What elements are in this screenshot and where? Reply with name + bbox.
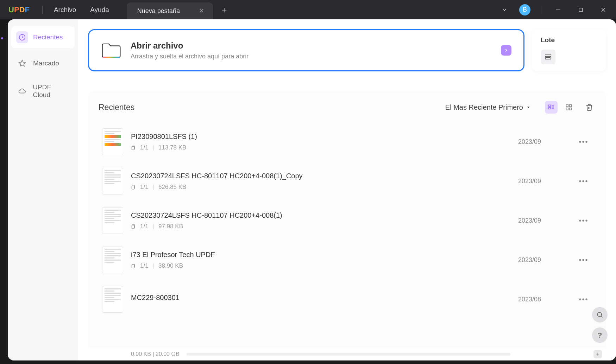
cloud-icon <box>16 85 28 97</box>
sort-dropdown[interactable]: El Mas Reciente Primero <box>445 103 531 111</box>
file-row[interactable]: CS20230724LSFS HC-801107 HC200+4-008(1)_… <box>99 161 596 201</box>
star-icon <box>16 57 28 69</box>
svg-rect-19 <box>566 108 568 110</box>
list-icon <box>548 104 555 111</box>
sidebar-item-recientes[interactable]: Recientes <box>11 26 75 48</box>
help-icon: ? <box>598 331 602 339</box>
plus-icon <box>595 352 600 357</box>
sidebar-item-label: UPDF Cloud <box>33 83 70 99</box>
divider <box>541 6 541 14</box>
pages-icon <box>131 224 136 229</box>
file-pages: 1/1 <box>140 262 149 269</box>
grid-view-button[interactable] <box>562 101 575 114</box>
svg-rect-14 <box>549 108 551 109</box>
clock-icon <box>16 31 28 43</box>
batch-scanner-button[interactable] <box>541 50 555 64</box>
file-more-button[interactable]: ••• <box>575 256 592 264</box>
svg-point-31 <box>597 312 602 317</box>
file-name: i73 El Profesor Tech UPDF <box>131 251 510 259</box>
menu-help[interactable]: Ayuda <box>83 6 116 14</box>
svg-marker-10 <box>527 107 530 108</box>
file-row[interactable]: i73 El Profesor Tech UPDF 1/1 | 38.90 KB… <box>99 240 596 280</box>
file-pages: 1/1 <box>140 223 149 230</box>
file-name: CS20230724LSFS HC-801107 HC200+4-008(1) <box>131 211 510 219</box>
file-meta: 1/1 | 97.98 KB <box>131 223 510 230</box>
file-more-button[interactable]: ••• <box>575 177 592 185</box>
open-file-subtitle: Arrastra y suelta el archivo aquí para a… <box>131 53 492 60</box>
sidebar-item-label: Recientes <box>33 33 63 41</box>
close-window-button[interactable] <box>593 1 613 18</box>
file-row[interactable]: PI23090801LSFS (1) 1/1 | 113.78 KB 2023/… <box>99 122 596 161</box>
pages-icon <box>131 185 136 190</box>
divider <box>42 6 43 14</box>
caret-down-icon <box>526 105 531 110</box>
sidebar: Recientes Marcado UPDF Cloud <box>8 19 78 360</box>
sidebar-item-marcado[interactable]: Marcado <box>11 52 75 74</box>
batch-title: Lote <box>541 36 598 44</box>
file-meta: 1/1 | 113.78 KB <box>131 144 510 151</box>
file-thumbnail <box>102 168 123 194</box>
storage-add-button[interactable] <box>593 350 602 358</box>
open-arrow-icon <box>501 45 511 56</box>
svg-line-32 <box>601 316 602 317</box>
side-active-dot <box>1 37 3 39</box>
search-icon <box>596 311 603 318</box>
folder-icon <box>101 41 121 59</box>
file-more-button[interactable]: ••• <box>575 138 592 146</box>
svg-rect-22 <box>132 146 134 149</box>
file-thumbnail <box>102 286 123 313</box>
app-logo: UPDF <box>0 5 38 14</box>
user-avatar[interactable]: B <box>519 4 530 15</box>
svg-rect-20 <box>570 108 572 110</box>
chevron-down-icon[interactable] <box>496 1 513 18</box>
open-file-card[interactable]: Abrir archivo Arrastra y suelta el archi… <box>88 29 524 71</box>
file-pages: 1/1 <box>140 184 149 191</box>
svg-rect-26 <box>132 225 134 228</box>
file-size: 38.90 KB <box>158 262 183 269</box>
tab-new[interactable]: Nueva pestaña ✕ <box>127 2 213 19</box>
minimize-button[interactable] <box>548 1 568 18</box>
sidebar-item-label: Marcado <box>33 59 59 67</box>
menu-file[interactable]: Archivo <box>47 6 83 14</box>
file-size: 626.85 KB <box>158 184 186 191</box>
file-date: 2023/09 <box>518 138 567 146</box>
file-row[interactable]: MC229-800301 2023/08 ••• <box>99 280 596 319</box>
file-date: 2023/08 <box>518 296 567 303</box>
svg-rect-18 <box>570 105 572 107</box>
file-size: 97.98 KB <box>158 223 183 230</box>
file-thumbnail <box>102 247 123 273</box>
pages-icon <box>131 263 136 268</box>
file-more-button[interactable]: ••• <box>575 217 592 225</box>
svg-rect-28 <box>132 264 134 268</box>
file-meta: 1/1 | 38.90 KB <box>131 262 510 269</box>
svg-rect-17 <box>566 105 568 107</box>
storage-text: 0.00 KB | 20.00 GB <box>131 351 180 357</box>
search-float-button[interactable] <box>592 307 608 323</box>
scanner-icon <box>544 53 552 61</box>
trash-icon <box>585 103 593 111</box>
maximize-button[interactable] <box>571 1 591 18</box>
list-view-button[interactable] <box>545 101 558 114</box>
close-tab-icon[interactable]: ✕ <box>197 7 206 15</box>
recents-title: Recientes <box>99 103 134 112</box>
file-size: 113.78 KB <box>158 144 186 151</box>
delete-button[interactable] <box>583 101 596 114</box>
file-more-button[interactable]: ••• <box>575 295 592 304</box>
sort-label: El Mas Reciente Primero <box>445 103 523 111</box>
batch-card: Lote <box>532 29 606 71</box>
file-thumbnail <box>102 207 123 234</box>
sidebar-item-cloud[interactable]: UPDF Cloud <box>11 78 75 104</box>
svg-rect-24 <box>132 186 134 189</box>
svg-rect-6 <box>103 57 119 58</box>
help-float-button[interactable]: ? <box>592 327 608 343</box>
file-pages: 1/1 <box>140 144 149 151</box>
svg-rect-11 <box>549 105 551 106</box>
storage-bar: 0.00 KB | 20.00 GB <box>78 348 616 360</box>
file-date: 2023/09 <box>518 256 567 264</box>
svg-rect-1 <box>579 8 583 12</box>
titlebar: UPDF Archivo Ayuda Nueva pestaña ✕ ＋ B <box>0 0 616 19</box>
file-row[interactable]: CS20230724LSFS HC-801107 HC200+4-008(1) … <box>99 201 596 240</box>
file-name: CS20230724LSFS HC-801107 HC200+4-008(1)_… <box>131 172 510 180</box>
open-file-title: Abrir archivo <box>131 41 492 51</box>
new-tab-button[interactable]: ＋ <box>220 4 228 15</box>
